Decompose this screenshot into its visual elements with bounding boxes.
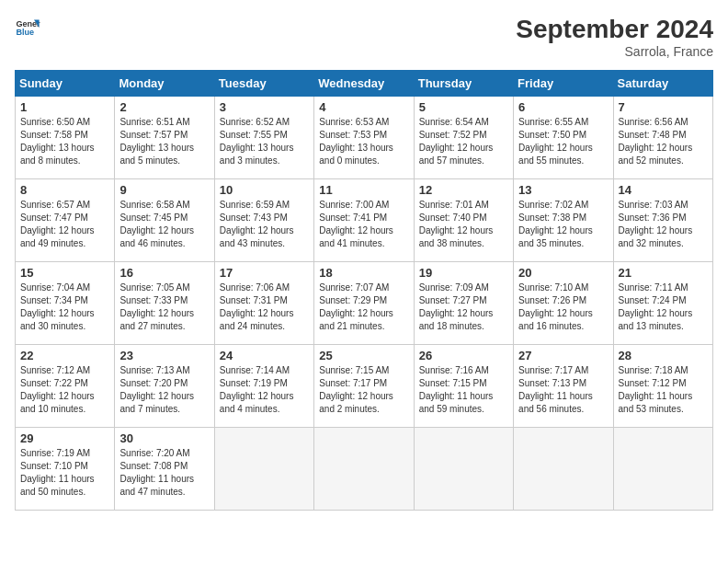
calendar-cell: 29Sunrise: 7:19 AMSunset: 7:10 PMDayligh… — [16, 428, 115, 511]
header-sunday: Sunday — [16, 71, 115, 97]
calendar-cell: 14Sunrise: 7:03 AMSunset: 7:36 PMDayligh… — [613, 179, 712, 262]
day-info: Sunrise: 7:16 AMSunset: 7:15 PMDaylight:… — [419, 364, 508, 416]
day-number: 30 — [119, 431, 209, 445]
day-number: 2 — [119, 100, 209, 114]
day-number: 17 — [220, 266, 309, 280]
day-number: 14 — [619, 183, 708, 197]
calendar-cell — [613, 428, 712, 511]
day-number: 20 — [518, 266, 608, 280]
day-info: Sunrise: 7:15 AMSunset: 7:17 PMDaylight:… — [319, 364, 408, 416]
day-number: 8 — [20, 183, 109, 197]
calendar-cell — [314, 428, 414, 511]
calendar-cell: 21Sunrise: 7:11 AMSunset: 7:24 PMDayligh… — [613, 262, 712, 345]
calendar-cell — [414, 428, 513, 511]
day-info: Sunrise: 7:02 AMSunset: 7:38 PMDaylight:… — [518, 199, 608, 250]
day-number: 16 — [119, 266, 209, 280]
logo: General Blue — [15, 15, 40, 40]
day-number: 5 — [419, 100, 508, 114]
day-info: Sunrise: 7:07 AMSunset: 7:29 PMDaylight:… — [319, 282, 408, 333]
day-info: Sunrise: 6:52 AMSunset: 7:55 PMDaylight:… — [220, 116, 309, 167]
header-wednesday: Wednesday — [314, 71, 414, 97]
calendar-cell: 10Sunrise: 6:59 AMSunset: 7:43 PMDayligh… — [214, 179, 313, 262]
day-info: Sunrise: 7:14 AMSunset: 7:19 PMDaylight:… — [220, 364, 309, 416]
day-number: 29 — [20, 431, 109, 445]
calendar-cell — [214, 428, 313, 511]
calendar-cell: 30Sunrise: 7:20 AMSunset: 7:08 PMDayligh… — [115, 428, 214, 511]
calendar-week-row: 29Sunrise: 7:19 AMSunset: 7:10 PMDayligh… — [16, 428, 713, 511]
calendar-cell: 16Sunrise: 7:05 AMSunset: 7:33 PMDayligh… — [115, 262, 214, 345]
day-number: 1 — [20, 100, 109, 114]
header-monday: Monday — [115, 71, 214, 97]
calendar-cell: 17Sunrise: 7:06 AMSunset: 7:31 PMDayligh… — [214, 262, 313, 345]
calendar-cell: 5Sunrise: 6:54 AMSunset: 7:52 PMDaylight… — [414, 97, 513, 179]
header-thursday: Thursday — [414, 71, 513, 97]
calendar-cell: 13Sunrise: 7:02 AMSunset: 7:38 PMDayligh… — [514, 179, 613, 262]
day-info: Sunrise: 7:03 AMSunset: 7:36 PMDaylight:… — [619, 199, 708, 250]
header-saturday: Saturday — [613, 71, 712, 97]
calendar-cell: 6Sunrise: 6:55 AMSunset: 7:50 PMDaylight… — [514, 97, 613, 179]
day-number: 11 — [319, 183, 408, 197]
day-info: Sunrise: 7:06 AMSunset: 7:31 PMDaylight:… — [220, 282, 309, 333]
day-number: 22 — [20, 349, 109, 362]
logo-icon: General Blue — [15, 15, 40, 40]
day-info: Sunrise: 7:18 AMSunset: 7:12 PMDaylight:… — [619, 364, 708, 416]
calendar-cell — [514, 428, 613, 511]
day-info: Sunrise: 6:51 AMSunset: 7:57 PMDaylight:… — [119, 116, 209, 167]
calendar-cell: 15Sunrise: 7:04 AMSunset: 7:34 PMDayligh… — [16, 262, 115, 345]
day-number: 18 — [319, 266, 408, 280]
calendar-cell: 11Sunrise: 7:00 AMSunset: 7:41 PMDayligh… — [314, 179, 414, 262]
day-info: Sunrise: 7:01 AMSunset: 7:40 PMDaylight:… — [419, 199, 508, 250]
calendar-cell: 26Sunrise: 7:16 AMSunset: 7:15 PMDayligh… — [414, 345, 513, 428]
day-number: 25 — [319, 349, 408, 362]
day-number: 9 — [119, 183, 209, 197]
location-subtitle: Sarrola, France — [516, 44, 713, 59]
calendar-cell: 9Sunrise: 6:58 AMSunset: 7:45 PMDaylight… — [115, 179, 214, 262]
day-number: 24 — [220, 349, 309, 362]
calendar-cell: 4Sunrise: 6:53 AMSunset: 7:53 PMDaylight… — [314, 97, 414, 179]
calendar-cell: 7Sunrise: 6:56 AMSunset: 7:48 PMDaylight… — [613, 97, 712, 179]
day-info: Sunrise: 6:55 AMSunset: 7:50 PMDaylight:… — [518, 116, 608, 167]
day-info: Sunrise: 7:13 AMSunset: 7:20 PMDaylight:… — [119, 364, 209, 416]
month-year-title: September 2024 — [516, 15, 713, 44]
calendar-cell: 19Sunrise: 7:09 AMSunset: 7:27 PMDayligh… — [414, 262, 513, 345]
day-number: 13 — [518, 183, 608, 197]
calendar-cell: 25Sunrise: 7:15 AMSunset: 7:17 PMDayligh… — [314, 345, 414, 428]
calendar-cell: 1Sunrise: 6:50 AMSunset: 7:58 PMDaylight… — [16, 97, 115, 179]
day-number: 28 — [619, 349, 708, 362]
calendar-cell: 22Sunrise: 7:12 AMSunset: 7:22 PMDayligh… — [16, 345, 115, 428]
calendar-week-row: 22Sunrise: 7:12 AMSunset: 7:22 PMDayligh… — [16, 345, 713, 428]
day-number: 7 — [619, 100, 708, 114]
day-number: 10 — [220, 183, 309, 197]
calendar-cell: 8Sunrise: 6:57 AMSunset: 7:47 PMDaylight… — [16, 179, 115, 262]
day-number: 26 — [419, 349, 508, 362]
day-info: Sunrise: 6:59 AMSunset: 7:43 PMDaylight:… — [220, 199, 309, 250]
day-info: Sunrise: 7:11 AMSunset: 7:24 PMDaylight:… — [619, 282, 708, 333]
day-info: Sunrise: 7:10 AMSunset: 7:26 PMDaylight:… — [518, 282, 608, 333]
title-area: September 2024 Sarrola, France — [516, 15, 713, 59]
day-info: Sunrise: 6:56 AMSunset: 7:48 PMDaylight:… — [619, 116, 708, 167]
calendar-cell: 28Sunrise: 7:18 AMSunset: 7:12 PMDayligh… — [613, 345, 712, 428]
calendar-cell: 2Sunrise: 6:51 AMSunset: 7:57 PMDaylight… — [115, 97, 214, 179]
header: General Blue September 2024 Sarrola, Fra… — [15, 15, 713, 59]
day-info: Sunrise: 7:04 AMSunset: 7:34 PMDaylight:… — [20, 282, 109, 333]
calendar-header-row: SundayMondayTuesdayWednesdayThursdayFrid… — [16, 71, 713, 97]
day-number: 15 — [20, 266, 109, 280]
calendar-cell: 12Sunrise: 7:01 AMSunset: 7:40 PMDayligh… — [414, 179, 513, 262]
day-info: Sunrise: 7:05 AMSunset: 7:33 PMDaylight:… — [119, 282, 209, 333]
day-number: 4 — [319, 100, 408, 114]
day-info: Sunrise: 6:54 AMSunset: 7:52 PMDaylight:… — [419, 116, 508, 167]
header-friday: Friday — [514, 71, 613, 97]
svg-text:Blue: Blue — [16, 28, 34, 37]
day-info: Sunrise: 7:17 AMSunset: 7:13 PMDaylight:… — [518, 364, 608, 416]
calendar-cell: 18Sunrise: 7:07 AMSunset: 7:29 PMDayligh… — [314, 262, 414, 345]
calendar-week-row: 1Sunrise: 6:50 AMSunset: 7:58 PMDaylight… — [16, 97, 713, 179]
day-info: Sunrise: 6:58 AMSunset: 7:45 PMDaylight:… — [119, 199, 209, 250]
day-number: 23 — [119, 349, 209, 362]
calendar-cell: 27Sunrise: 7:17 AMSunset: 7:13 PMDayligh… — [514, 345, 613, 428]
day-info: Sunrise: 7:12 AMSunset: 7:22 PMDaylight:… — [20, 364, 109, 416]
calendar-cell: 3Sunrise: 6:52 AMSunset: 7:55 PMDaylight… — [214, 97, 313, 179]
day-info: Sunrise: 7:09 AMSunset: 7:27 PMDaylight:… — [419, 282, 508, 333]
day-number: 3 — [220, 100, 309, 114]
day-number: 19 — [419, 266, 508, 280]
day-info: Sunrise: 7:19 AMSunset: 7:10 PMDaylight:… — [20, 447, 109, 499]
